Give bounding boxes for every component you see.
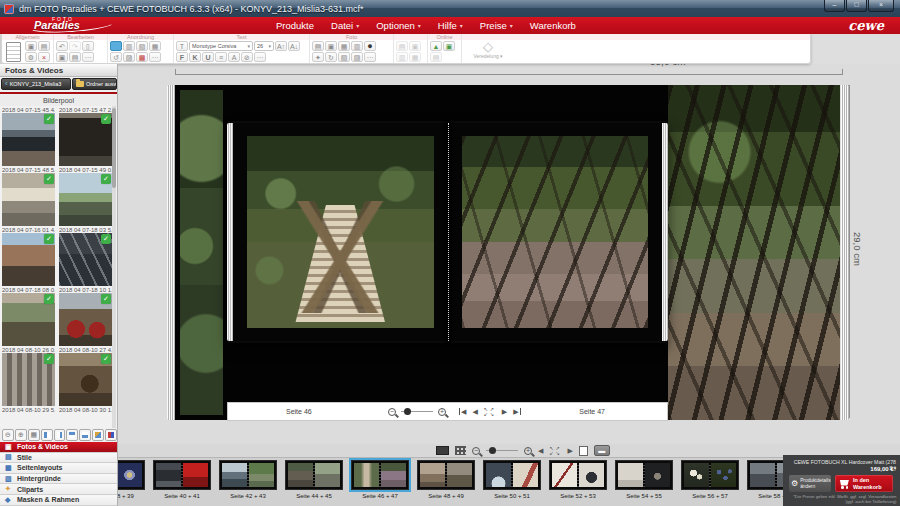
first-page-button[interactable]: ◀ — [459, 408, 466, 416]
last-page-button[interactable]: ▶ — [513, 408, 520, 416]
sidebar-item-hintergruende[interactable]: ▧Hintergründe — [0, 474, 117, 485]
photo-thumbnail[interactable]: ✓ — [2, 233, 55, 286]
photo-border-icon[interactable]: ▦ — [338, 41, 350, 51]
sidebar-item-stile[interactable]: ▤Stile — [0, 453, 117, 464]
view-toggle-icon[interactable] — [79, 429, 91, 441]
filter-icon[interactable] — [105, 429, 117, 441]
text-align-icon[interactable]: ≡ — [215, 52, 227, 62]
next-page-button[interactable]: ▶ — [502, 408, 507, 416]
menu-produkte[interactable]: Produkte — [276, 20, 314, 31]
minimize-button[interactable]: – — [824, 0, 845, 12]
settings-gear-icon[interactable]: ⚙ — [25, 52, 37, 62]
paste-icon[interactable]: ▤ — [69, 52, 81, 62]
zoom-in-icon[interactable]: + — [524, 447, 532, 455]
back-folder-button[interactable]: ‹ KONYV_213_Mislia3 — [1, 78, 71, 90]
menu-optionen[interactable]: Optionen▾ — [376, 20, 421, 31]
menu-hilfe[interactable]: Hilfe▾ — [438, 20, 463, 31]
online-tree-icon[interactable]: ▲ — [430, 41, 442, 51]
save-project-icon[interactable]: ▤ — [38, 41, 50, 51]
next-spread-button[interactable]: ▶ — [567, 447, 572, 455]
delete-icon[interactable]: ▯ — [82, 41, 94, 51]
group-objects-icon[interactable]: ▦ — [149, 41, 161, 51]
italic-button[interactable]: K — [189, 52, 201, 62]
menu-datei[interactable]: Datei▾ — [331, 20, 359, 31]
single-spread-view-icon[interactable] — [436, 446, 449, 455]
enhance-icon[interactable]: ✦ — [312, 52, 324, 62]
add-text-icon[interactable]: T — [176, 41, 188, 51]
close-project-icon[interactable]: × — [38, 52, 50, 62]
zoom-in-icon[interactable]: + — [438, 408, 446, 416]
photo-forest-strip[interactable] — [180, 90, 223, 415]
photo-filter-icon[interactable]: ● — [364, 41, 376, 51]
zoom-slider-knob[interactable] — [489, 447, 496, 454]
previous-spread-button[interactable]: ◀ — [538, 447, 543, 455]
grid-view-icon[interactable]: ▦ — [28, 429, 40, 441]
filmstrip-spread-50-51[interactable]: Seite 50 + 51 — [482, 460, 542, 499]
zoom-slider[interactable] — [401, 411, 433, 412]
sidebar-item-seitenlayouts[interactable]: ▦Seitenlayouts — [0, 463, 117, 474]
photo-thumbnail[interactable]: ✓ — [59, 173, 112, 226]
layer-down-icon[interactable]: ▨ — [123, 52, 135, 62]
zoom-out-icon[interactable]: − — [472, 447, 480, 455]
fill-color-icon[interactable]: ■ — [110, 41, 122, 51]
veredelung-control[interactable]: ◇ Veredelung ▾ — [462, 41, 514, 59]
more-photo-icon[interactable]: ⋯ — [364, 52, 376, 62]
thumbs-zoom-in-icon[interactable]: ⊕ — [15, 429, 27, 441]
view-toggle-icon[interactable] — [41, 429, 53, 441]
effect-icon[interactable]: ▤ — [396, 41, 408, 51]
insert-photo-icon[interactable]: ▤ — [312, 41, 324, 51]
filmstrip-spread-44-45[interactable]: Seite 44 + 45 — [284, 460, 344, 499]
toggle-filmstrip-button[interactable]: ▬ — [594, 445, 610, 456]
fit-view-icon[interactable]: ↖↗↙↘ — [549, 446, 561, 456]
menu-warenkorb[interactable]: Warenkorb — [530, 20, 576, 31]
product-details-button[interactable]: ⚙ Produktdetailsändern — [789, 475, 831, 492]
maximize-button[interactable]: □ — [846, 0, 867, 12]
sidebar-scrollbar[interactable] — [112, 106, 116, 428]
choose-folder-button[interactable]: Ordner auswählen — [72, 78, 117, 90]
photo-frame-icon[interactable]: ▥ — [351, 41, 363, 51]
zoom-slider-knob[interactable] — [404, 408, 411, 415]
view-toggle-icon[interactable] — [66, 429, 78, 441]
filmstrip-spread-54-55[interactable]: Seite 54 + 55 — [614, 460, 674, 499]
font-size-select[interactable]: 26▾ — [254, 41, 274, 51]
online-upload-icon[interactable]: ▤ — [430, 52, 442, 62]
new-document-icon[interactable] — [6, 42, 21, 62]
photo-thumbnail[interactable]: ✓ — [59, 113, 112, 166]
view-zoom-slider[interactable] — [486, 450, 518, 451]
font-smaller-icon[interactable]: A↓ — [288, 41, 300, 51]
scrollbar-thumb[interactable] — [112, 108, 116, 188]
copy-icon[interactable]: ▣ — [56, 52, 68, 62]
align-icon[interactable]: ▥ — [123, 41, 135, 51]
zoom-out-icon[interactable]: − — [388, 408, 396, 416]
more-edit-icon[interactable]: ⋯ — [82, 52, 94, 62]
filmstrip-spread-42-43[interactable]: Seite 42 + 43 — [218, 460, 278, 499]
photo-thumbnail[interactable]: ✓ — [59, 353, 112, 406]
filmstrip-spread-38-39[interactable]: Seite 38 + 39 — [118, 460, 146, 499]
close-button[interactable]: × — [868, 0, 894, 12]
filmstrip-spread-48-49[interactable]: Seite 48 + 49 — [416, 460, 476, 499]
photo-thumbnail[interactable]: ✓ — [59, 293, 112, 346]
book-page-left[interactable] — [233, 123, 448, 341]
layer-up-icon[interactable]: ▧ — [136, 41, 148, 51]
rotate-icon[interactable]: ↺ — [110, 52, 122, 62]
book-page-right[interactable] — [448, 123, 663, 341]
previous-page-button[interactable]: ◀ — [472, 408, 477, 416]
view-toggle-icon[interactable] — [54, 429, 66, 441]
rotate-photo-icon[interactable]: ↻ — [325, 52, 337, 62]
effect-icon[interactable]: ▣ — [409, 41, 421, 51]
photo-thumbnail[interactable]: ✓ — [59, 233, 112, 286]
photo-pond-branches-large[interactable] — [668, 85, 840, 420]
effect-icon[interactable]: ▦ — [409, 52, 421, 62]
underline-button[interactable]: U — [202, 52, 214, 62]
redo-icon[interactable]: ↷ — [69, 41, 81, 51]
sidebar-item-cliparts[interactable]: ✦Cliparts — [0, 484, 117, 495]
more-arrange-icon[interactable]: ⋯ — [149, 52, 161, 62]
sidebar-item-masken-rahmen[interactable]: ◆Masken & Rahmen — [0, 495, 117, 506]
effect-icon[interactable]: ▥ — [396, 52, 408, 62]
bold-button[interactable]: F — [176, 52, 188, 62]
filmstrip-spread-40-41[interactable]: Seite 40 + 41 — [152, 460, 212, 499]
thumbs-zoom-out-icon[interactable]: ⊖ — [2, 429, 14, 441]
filmstrip-spread-56-57[interactable]: Seite 56 + 57 — [680, 460, 740, 499]
crop-icon[interactable]: ▧ — [338, 52, 350, 62]
open-project-icon[interactable]: ▣ — [25, 41, 37, 51]
